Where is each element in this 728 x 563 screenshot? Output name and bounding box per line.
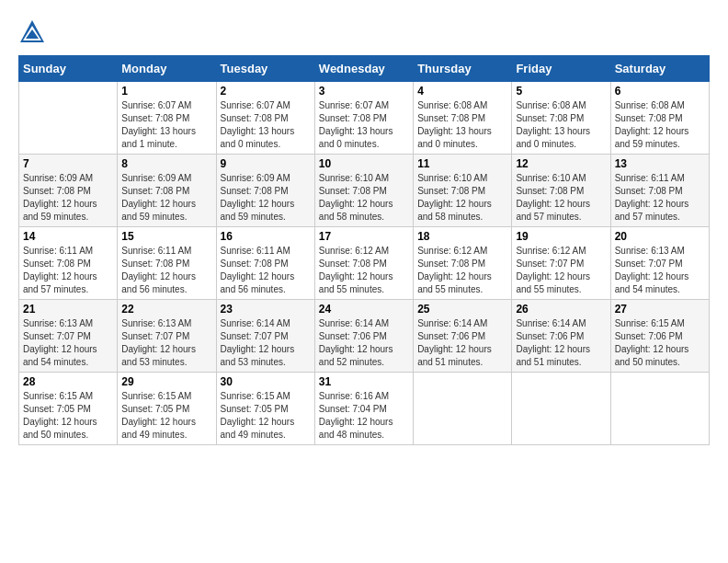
- day-cell: 25Sunrise: 6:14 AM Sunset: 7:06 PM Dayli…: [414, 300, 512, 373]
- day-number: 8: [121, 157, 211, 170]
- page-header: [18, 18, 710, 46]
- day-number: 28: [23, 375, 113, 388]
- day-info: Sunrise: 6:09 AM Sunset: 7:08 PM Dayligh…: [221, 172, 311, 224]
- day-number: 26: [516, 303, 606, 316]
- day-cell: 15Sunrise: 6:11 AM Sunset: 7:08 PM Dayli…: [118, 227, 216, 300]
- day-cell: 1Sunrise: 6:07 AM Sunset: 7:08 PM Daylig…: [118, 82, 216, 155]
- day-number: 6: [615, 85, 705, 98]
- day-cell: 5Sunrise: 6:08 AM Sunset: 7:08 PM Daylig…: [512, 82, 610, 155]
- day-info: Sunrise: 6:15 AM Sunset: 7:06 PM Dayligh…: [615, 317, 705, 369]
- day-number: 5: [516, 85, 606, 98]
- day-cell: 24Sunrise: 6:14 AM Sunset: 7:06 PM Dayli…: [314, 300, 413, 373]
- day-cell: 23Sunrise: 6:14 AM Sunset: 7:07 PM Dayli…: [216, 300, 314, 373]
- day-number: 27: [615, 303, 705, 316]
- day-number: 2: [221, 85, 311, 98]
- day-info: Sunrise: 6:12 AM Sunset: 7:08 PM Dayligh…: [417, 245, 507, 296]
- day-number: 22: [121, 303, 211, 316]
- day-info: Sunrise: 6:11 AM Sunset: 7:08 PM Dayligh…: [615, 172, 705, 224]
- weekday-header-thursday: Thursday: [414, 56, 512, 82]
- day-cell: [414, 373, 512, 445]
- day-info: Sunrise: 6:09 AM Sunset: 7:08 PM Dayligh…: [121, 172, 211, 224]
- day-cell: 16Sunrise: 6:11 AM Sunset: 7:08 PM Dayli…: [216, 227, 314, 300]
- logo-icon: [18, 18, 46, 46]
- weekday-header-friday: Friday: [512, 56, 610, 82]
- day-number: 11: [417, 157, 507, 170]
- day-number: 25: [417, 303, 507, 316]
- day-number: 17: [319, 230, 409, 243]
- day-cell: 9Sunrise: 6:09 AM Sunset: 7:08 PM Daylig…: [216, 155, 314, 227]
- day-info: Sunrise: 6:10 AM Sunset: 7:08 PM Dayligh…: [516, 172, 606, 224]
- day-cell: 21Sunrise: 6:13 AM Sunset: 7:07 PM Dayli…: [19, 300, 118, 373]
- weekday-header-saturday: Saturday: [610, 56, 709, 82]
- day-cell: 10Sunrise: 6:10 AM Sunset: 7:08 PM Dayli…: [314, 155, 413, 227]
- day-cell: [610, 373, 709, 445]
- day-number: 7: [23, 157, 113, 170]
- day-number: 18: [417, 230, 507, 243]
- day-info: Sunrise: 6:11 AM Sunset: 7:08 PM Dayligh…: [221, 245, 311, 296]
- day-cell: 17Sunrise: 6:12 AM Sunset: 7:08 PM Dayli…: [314, 227, 413, 300]
- day-cell: 28Sunrise: 6:15 AM Sunset: 7:05 PM Dayli…: [19, 373, 118, 445]
- day-info: Sunrise: 6:15 AM Sunset: 7:05 PM Dayligh…: [221, 390, 311, 442]
- day-info: Sunrise: 6:12 AM Sunset: 7:07 PM Dayligh…: [516, 245, 606, 296]
- day-cell: 6Sunrise: 6:08 AM Sunset: 7:08 PM Daylig…: [610, 82, 709, 155]
- week-row-4: 21Sunrise: 6:13 AM Sunset: 7:07 PM Dayli…: [19, 300, 710, 373]
- day-info: Sunrise: 6:16 AM Sunset: 7:04 PM Dayligh…: [319, 390, 409, 442]
- day-number: 12: [516, 157, 606, 170]
- day-cell: 11Sunrise: 6:10 AM Sunset: 7:08 PM Dayli…: [414, 155, 512, 227]
- day-number: 24: [319, 303, 409, 316]
- day-number: 19: [516, 230, 606, 243]
- day-info: Sunrise: 6:14 AM Sunset: 7:06 PM Dayligh…: [319, 317, 409, 369]
- day-number: 31: [319, 375, 409, 388]
- day-info: Sunrise: 6:14 AM Sunset: 7:06 PM Dayligh…: [417, 317, 507, 369]
- day-cell: 12Sunrise: 6:10 AM Sunset: 7:08 PM Dayli…: [512, 155, 610, 227]
- day-info: Sunrise: 6:08 AM Sunset: 7:08 PM Dayligh…: [417, 99, 507, 151]
- day-number: 29: [121, 375, 211, 388]
- day-number: 23: [221, 303, 311, 316]
- day-cell: 27Sunrise: 6:15 AM Sunset: 7:06 PM Dayli…: [610, 300, 709, 373]
- day-info: Sunrise: 6:14 AM Sunset: 7:06 PM Dayligh…: [516, 317, 606, 369]
- day-cell: 31Sunrise: 6:16 AM Sunset: 7:04 PM Dayli…: [314, 373, 413, 445]
- day-info: Sunrise: 6:14 AM Sunset: 7:07 PM Dayligh…: [221, 317, 311, 369]
- day-cell: 18Sunrise: 6:12 AM Sunset: 7:08 PM Dayli…: [414, 227, 512, 300]
- calendar-table: SundayMondayTuesdayWednesdayThursdayFrid…: [18, 55, 710, 445]
- day-number: 20: [615, 230, 705, 243]
- day-number: 3: [319, 85, 409, 98]
- day-number: 15: [121, 230, 211, 243]
- day-info: Sunrise: 6:13 AM Sunset: 7:07 PM Dayligh…: [121, 317, 211, 369]
- day-number: 1: [121, 85, 211, 98]
- day-info: Sunrise: 6:10 AM Sunset: 7:08 PM Dayligh…: [417, 172, 507, 224]
- day-cell: 2Sunrise: 6:07 AM Sunset: 7:08 PM Daylig…: [216, 82, 314, 155]
- week-row-1: 1Sunrise: 6:07 AM Sunset: 7:08 PM Daylig…: [19, 82, 710, 155]
- weekday-header-wednesday: Wednesday: [314, 56, 413, 82]
- day-cell: 13Sunrise: 6:11 AM Sunset: 7:08 PM Dayli…: [610, 155, 709, 227]
- day-number: 9: [221, 157, 311, 170]
- week-row-2: 7Sunrise: 6:09 AM Sunset: 7:08 PM Daylig…: [19, 155, 710, 227]
- day-cell: 29Sunrise: 6:15 AM Sunset: 7:05 PM Dayli…: [118, 373, 216, 445]
- day-cell: 14Sunrise: 6:11 AM Sunset: 7:08 PM Dayli…: [19, 227, 118, 300]
- day-info: Sunrise: 6:11 AM Sunset: 7:08 PM Dayligh…: [23, 245, 113, 296]
- day-number: 16: [221, 230, 311, 243]
- day-cell: [512, 373, 610, 445]
- day-cell: 8Sunrise: 6:09 AM Sunset: 7:08 PM Daylig…: [118, 155, 216, 227]
- day-info: Sunrise: 6:07 AM Sunset: 7:08 PM Dayligh…: [121, 99, 211, 151]
- day-cell: 7Sunrise: 6:09 AM Sunset: 7:08 PM Daylig…: [19, 155, 118, 227]
- day-number: 4: [417, 85, 507, 98]
- day-number: 14: [23, 230, 113, 243]
- day-info: Sunrise: 6:13 AM Sunset: 7:07 PM Dayligh…: [615, 245, 705, 296]
- day-info: Sunrise: 6:11 AM Sunset: 7:08 PM Dayligh…: [121, 245, 211, 296]
- weekday-header-row: SundayMondayTuesdayWednesdayThursdayFrid…: [19, 56, 710, 82]
- logo: [18, 18, 50, 46]
- day-number: 10: [319, 157, 409, 170]
- day-cell: 30Sunrise: 6:15 AM Sunset: 7:05 PM Dayli…: [216, 373, 314, 445]
- day-number: 30: [221, 375, 311, 388]
- day-info: Sunrise: 6:08 AM Sunset: 7:08 PM Dayligh…: [615, 99, 705, 151]
- day-info: Sunrise: 6:13 AM Sunset: 7:07 PM Dayligh…: [23, 317, 113, 369]
- day-cell: 22Sunrise: 6:13 AM Sunset: 7:07 PM Dayli…: [118, 300, 216, 373]
- day-info: Sunrise: 6:08 AM Sunset: 7:08 PM Dayligh…: [516, 99, 606, 151]
- day-cell: 20Sunrise: 6:13 AM Sunset: 7:07 PM Dayli…: [610, 227, 709, 300]
- day-info: Sunrise: 6:09 AM Sunset: 7:08 PM Dayligh…: [23, 172, 113, 224]
- day-info: Sunrise: 6:10 AM Sunset: 7:08 PM Dayligh…: [319, 172, 409, 224]
- day-cell: [19, 82, 118, 155]
- week-row-3: 14Sunrise: 6:11 AM Sunset: 7:08 PM Dayli…: [19, 227, 710, 300]
- weekday-header-monday: Monday: [118, 56, 216, 82]
